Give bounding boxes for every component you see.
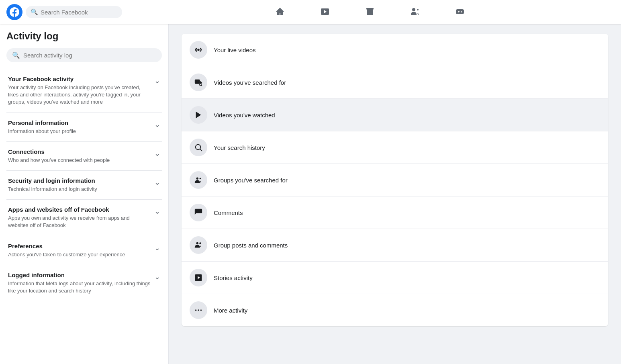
chevron-icon-4: ⌄ (154, 206, 160, 216)
search-input[interactable] (41, 9, 117, 16)
sidebar-section-connections[interactable]: Connections Who and how you've connected… (6, 143, 162, 169)
nav-gaming-button[interactable] (437, 2, 482, 22)
item-groups-searched[interactable]: Groups you've searched for (182, 164, 608, 196)
search-history-icon (190, 139, 207, 156)
page-title: Activity log (6, 31, 162, 42)
svg-point-14 (196, 178, 199, 180)
chevron-icon-2: ⌄ (154, 148, 160, 158)
group-posts-icon (190, 236, 207, 254)
chevron-icon-6: ⌄ (154, 272, 160, 281)
svg-line-13 (200, 149, 202, 151)
item-label-comments: Comments (214, 209, 243, 216)
svg-point-16 (196, 242, 199, 245)
item-label-videos-watched: Videos you've watched (214, 112, 275, 119)
item-label-group-posts: Group posts and comments (214, 242, 288, 249)
section-desc-1: Information about your profile (8, 128, 151, 135)
svg-point-6 (197, 49, 200, 51)
divider-2 (6, 170, 162, 171)
sidebar-divider-top (6, 69, 162, 69)
svg-marker-11 (196, 112, 201, 119)
svg-point-4 (417, 9, 419, 10)
section-desc-6: Information that Meta logs about your ac… (8, 280, 151, 294)
item-videos-searched[interactable]: Videos you've searched for (182, 66, 608, 99)
nav-watch-button[interactable] (302, 2, 347, 22)
search-icon: 🔍 (31, 8, 38, 16)
svg-point-21 (198, 309, 199, 311)
live-video-icon (190, 41, 207, 59)
section-title-0: Your Facebook activity (8, 76, 151, 82)
sidebar-search-bar[interactable]: 🔍 (6, 48, 162, 62)
chevron-icon-5: ⌄ (154, 243, 160, 252)
nav-marketplace-button[interactable] (347, 2, 392, 22)
item-live-videos[interactable]: Your live videos (182, 34, 608, 66)
item-stories[interactable]: Stories activity (182, 262, 608, 294)
chevron-icon-1: ⌄ (154, 119, 160, 129)
sidebar-search-icon: 🔍 (12, 51, 20, 59)
svg-line-10 (201, 85, 202, 86)
item-search-history[interactable]: Your search history (182, 131, 608, 164)
sidebar-section-preferences[interactable]: Preferences Actions you've taken to cust… (6, 238, 162, 263)
svg-rect-2 (368, 12, 372, 15)
divider-5 (6, 265, 162, 265)
more-icon (190, 301, 207, 319)
item-more[interactable]: More activity (182, 294, 608, 326)
item-label-more: More activity (214, 307, 247, 314)
sidebar-section-your-activity[interactable]: Your Facebook activity Your activity on … (6, 71, 162, 111)
groups-search-icon (190, 171, 207, 189)
section-desc-4: Apps you own and activity we receive fro… (8, 215, 151, 229)
svg-point-20 (195, 309, 197, 311)
item-videos-watched[interactable]: Videos you've watched (182, 99, 608, 131)
svg-point-12 (196, 145, 201, 150)
top-navigation: 🔍 (0, 0, 621, 24)
main-layout: Activity log 🔍 Your Facebook activity Yo… (0, 24, 621, 364)
sidebar-section-apps-websites[interactable]: Apps and websites off of Facebook Apps y… (6, 201, 162, 234)
sidebar-section-security[interactable]: Security and login information Technical… (6, 172, 162, 198)
section-desc-3: Technical information and login activity (8, 186, 151, 193)
item-label-groups-searched: Groups you've searched for (214, 177, 288, 184)
section-title-2: Connections (8, 148, 151, 155)
sidebar-section-personal-info[interactable]: Personal information Information about y… (6, 115, 162, 140)
search-bar[interactable]: 🔍 (26, 6, 122, 18)
item-label-stories: Stories activity (214, 274, 253, 281)
divider-0 (6, 112, 162, 113)
stories-icon (190, 269, 207, 286)
section-title-1: Personal information (8, 119, 151, 126)
nav-icons (125, 2, 615, 22)
svg-rect-7 (195, 80, 200, 84)
divider-1 (6, 141, 162, 142)
video-watched-icon (190, 106, 207, 124)
item-label-videos-searched: Videos you've searched for (214, 79, 286, 86)
section-desc-2: Who and how you've connected with people (8, 157, 151, 164)
item-group-posts[interactable]: Group posts and comments (182, 229, 608, 262)
divider-4 (6, 236, 162, 236)
divider-3 (6, 199, 162, 200)
nav-people-button[interactable] (392, 2, 437, 22)
svg-rect-5 (456, 9, 464, 14)
sidebar: Activity log 🔍 Your Facebook activity Yo… (0, 24, 169, 364)
comments-icon (190, 204, 207, 221)
section-title-5: Preferences (8, 243, 151, 249)
content-list: Your live videos Videos you've searched … (182, 34, 608, 326)
sidebar-section-logged-info[interactable]: Logged information Information that Meta… (6, 267, 162, 299)
item-comments[interactable]: Comments (182, 196, 608, 229)
chevron-icon-0: ⌄ (154, 76, 160, 85)
section-title-4: Apps and websites off of Facebook (8, 206, 151, 213)
section-desc-5: Actions you've taken to customize your e… (8, 251, 151, 258)
main-content: Your live videos Videos you've searched … (169, 24, 621, 364)
svg-point-17 (199, 242, 201, 244)
section-title-3: Security and login information (8, 177, 151, 184)
section-title-6: Logged information (8, 272, 151, 278)
chevron-icon-3: ⌄ (154, 177, 160, 187)
nav-home-button[interactable] (257, 2, 302, 22)
item-label-search-history: Your search history (214, 144, 265, 151)
svg-point-9 (200, 84, 202, 86)
video-search-icon (190, 74, 207, 91)
svg-point-22 (200, 309, 202, 311)
svg-point-3 (412, 8, 415, 11)
sidebar-search-input[interactable] (23, 52, 156, 59)
facebook-logo[interactable] (6, 4, 22, 20)
svg-point-15 (200, 178, 201, 180)
section-desc-0: Your activity on Facebook including post… (8, 84, 151, 106)
item-label-live-videos: Your live videos (214, 47, 256, 53)
